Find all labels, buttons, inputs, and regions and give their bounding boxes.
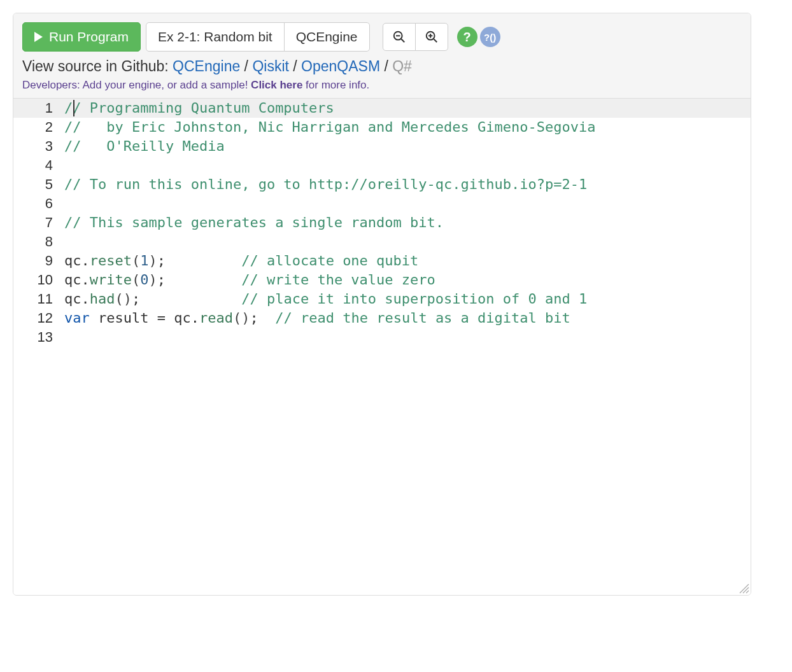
help-buttons: ? ?() [457,27,500,47]
header: Run Program Ex 2-1: Random bit QCEngine [13,13,751,99]
zoom-out-button[interactable] [383,23,416,51]
line-number: 1 [13,99,64,118]
source-link-qsharp-disabled: Q# [392,58,412,74]
code-editor[interactable]: 1// Programming Quantum Computers2// by … [13,99,751,595]
code-content[interactable] [64,156,751,175]
app-panel: Run Program Ex 2-1: Random bit QCEngine [13,13,751,596]
code-content[interactable]: qc.had(); // place it into superposition… [64,290,751,309]
resize-grip-icon[interactable] [738,582,749,594]
selector-group: Ex 2-1: Random bit QCEngine [146,22,370,52]
line-number: 13 [13,328,64,347]
code-content[interactable]: // Programming Quantum Computers [64,99,751,118]
svg-line-8 [743,587,749,593]
view-source-line: View source in Github: QCEngine / Qiskit… [22,58,742,75]
code-line[interactable]: 1// Programming Quantum Computers [13,99,751,118]
run-program-button[interactable]: Run Program [22,22,141,52]
code-line[interactable]: 3// O'Reilly Media [13,137,751,156]
code-content[interactable] [64,194,751,213]
line-number: 12 [13,309,64,328]
line-number: 9 [13,251,64,270]
code-line[interactable]: 5// To run this online, go to http://ore… [13,175,751,194]
source-link-qiskit[interactable]: Qiskit [252,58,289,74]
line-number: 5 [13,175,64,194]
code-line[interactable]: 12var result = qc.read(); // read the re… [13,309,751,328]
code-line[interactable]: 2// by Eric Johnston, Nic Harrigan and M… [13,118,751,137]
line-number: 2 [13,118,64,137]
code-line[interactable]: 11qc.had(); // place it into superpositi… [13,290,751,309]
source-link-qcengine[interactable]: QCEngine [173,58,240,74]
code-line[interactable]: 10qc.write(0); // write the value zero [13,270,751,290]
zoom-in-icon [425,30,439,44]
line-number: 3 [13,137,64,156]
code-line[interactable]: 9qc.reset(1); // allocate one qubit [13,251,751,270]
code-content[interactable]: var result = qc.read(); // read the resu… [64,309,751,328]
code-content[interactable]: qc.reset(1); // allocate one qubit [64,251,751,270]
example-select[interactable]: Ex 2-1: Random bit [146,22,285,52]
toolbar: Run Program Ex 2-1: Random bit QCEngine [22,22,742,52]
engine-select[interactable]: QCEngine [284,22,370,52]
reference-icon: ?() [484,32,496,43]
help-icon: ? [463,30,470,45]
line-number: 4 [13,156,64,175]
run-label: Run Program [49,29,129,45]
zoom-out-icon [392,30,406,44]
code-content[interactable]: // This sample generates a single random… [64,213,751,232]
code-content[interactable]: qc.write(0); // write the value zero [64,270,751,290]
source-prefix: View source in Github: [22,58,173,74]
line-number: 8 [13,232,64,251]
svg-line-1 [401,39,404,42]
source-link-openqasm[interactable]: OpenQASM [301,58,380,74]
line-number: 10 [13,270,64,290]
code-content[interactable] [64,232,751,251]
code-line[interactable]: 7// This sample generates a single rando… [13,213,751,232]
reference-button[interactable]: ?() [480,27,500,47]
code-content[interactable] [64,328,751,347]
code-content[interactable]: // To run this online, go to http://orei… [64,175,751,194]
help-button[interactable]: ? [457,27,477,47]
code-line[interactable]: 4 [13,156,751,175]
zoom-group [383,23,448,51]
code-content[interactable]: // O'Reilly Media [64,137,751,156]
svg-line-4 [434,39,437,42]
code-line[interactable]: 8 [13,232,751,251]
code-line[interactable]: 6 [13,194,751,213]
line-number: 11 [13,290,64,309]
code-content[interactable]: // by Eric Johnston, Nic Harrigan and Me… [64,118,751,137]
developer-line: Developers: Add your engine, or add a sa… [22,79,742,92]
code-line[interactable]: 13 [13,328,751,347]
click-here-link[interactable]: Click here [251,79,302,91]
play-icon [34,32,43,42]
text-cursor [73,100,74,116]
svg-line-9 [746,591,749,593]
zoom-in-button[interactable] [415,23,448,51]
line-number: 7 [13,213,64,232]
line-number: 6 [13,194,64,213]
